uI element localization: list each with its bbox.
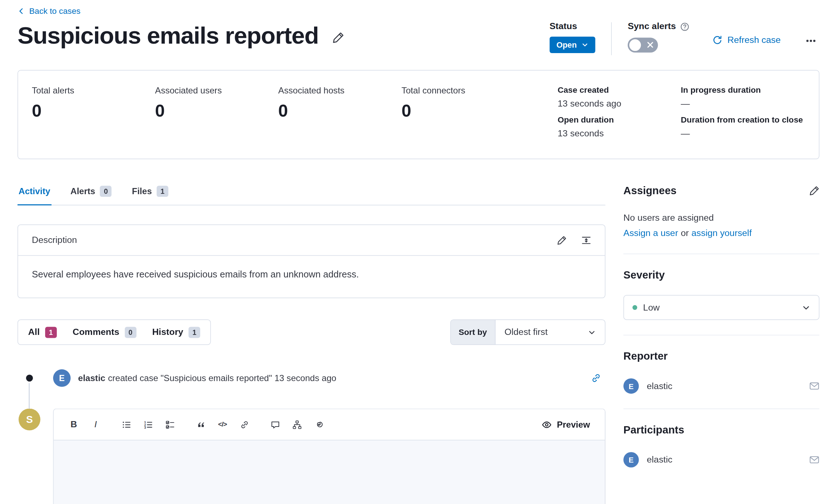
severity-low-dot: [632, 305, 637, 310]
bold-button[interactable]: B: [65, 416, 82, 433]
add-comment-item: S B I: [17, 409, 605, 504]
edit-description-button[interactable]: [557, 235, 567, 245]
checklist-icon: [166, 420, 175, 429]
timeline-rail: [29, 383, 30, 411]
question-circle-icon[interactable]: [680, 22, 689, 31]
description-panel: Description: [17, 224, 605, 298]
refresh-label: Refresh case: [727, 35, 781, 45]
participants-section: Participants E elastic: [623, 424, 819, 468]
insert-link-button[interactable]: [236, 416, 253, 433]
activity-filter-group: All 1 Comments 0 History 1: [17, 319, 211, 345]
markdown-toolbar: B I: [53, 409, 605, 440]
comment-textarea[interactable]: [53, 440, 605, 504]
collapse-description-button[interactable]: [582, 235, 591, 245]
metric-total-alerts: Total alerts 0: [32, 85, 155, 145]
filter-badge: 1: [189, 327, 200, 338]
tab-files[interactable]: Files 1: [131, 185, 170, 205]
unordered-list-button[interactable]: [118, 416, 135, 433]
preview-button[interactable]: Preview: [538, 419, 593, 430]
tab-bar: Activity Alerts 0 Files 1: [17, 185, 605, 205]
event-text: elasticcreated case "Suspicious emails r…: [78, 373, 591, 383]
ordered-list-button[interactable]: 123: [140, 416, 157, 433]
severity-value: Low: [643, 302, 796, 313]
cluster-icon: [292, 420, 301, 429]
italic-button[interactable]: I: [87, 416, 104, 433]
sort-value: Oldest first: [504, 327, 548, 337]
case-header: Suspicious emails reported Status Open: [17, 21, 819, 55]
metric-associated-users: Associated users 0: [155, 85, 278, 145]
markdown-editor-body: [53, 440, 605, 504]
link-icon: [240, 420, 249, 429]
add-visualization-button[interactable]: [288, 416, 305, 433]
participant-username: elastic: [647, 455, 672, 465]
status-dropdown-button[interactable]: Open: [550, 37, 595, 53]
avatar: E: [623, 378, 639, 393]
assignees-title: Assignees: [623, 185, 677, 197]
severity-select[interactable]: Low: [623, 295, 819, 320]
filter-badge: 1: [45, 327, 57, 338]
description-title: Description: [32, 235, 77, 245]
case-created-value: 13 seconds ago: [558, 99, 621, 109]
or-text: or: [681, 228, 689, 238]
add-comment-to-timeline-button[interactable]: [267, 416, 284, 433]
filter-comments[interactable]: Comments 0: [73, 327, 136, 338]
sort-order-select[interactable]: Oldest first: [495, 320, 605, 344]
copy-event-link-button[interactable]: [591, 373, 601, 383]
markdown-editor-panel: B I: [53, 409, 606, 504]
case-durations-col-2: In progress duration — Duration from cre…: [681, 85, 803, 145]
case-detail-page: Back to cases Suspicious emails reported…: [0, 0, 821, 504]
avatar: E: [53, 369, 71, 387]
tab-activity[interactable]: Activity: [17, 185, 51, 205]
sort-control: Sort by Oldest first: [450, 319, 606, 345]
chevron-down-icon: [588, 328, 596, 336]
eye-icon: [542, 419, 552, 429]
pencil-icon: [332, 32, 344, 43]
task-list-button[interactable]: [162, 416, 179, 433]
tab-badge: 1: [156, 186, 168, 197]
code-button[interactable]: </>: [214, 416, 231, 433]
case-stats-panel: Total alerts 0 Associated users 0 Associ…: [17, 70, 819, 159]
sync-alerts-toggle[interactable]: [628, 38, 658, 53]
edit-title-button[interactable]: [332, 32, 344, 43]
filter-history[interactable]: History 1: [152, 327, 200, 338]
email-reporter-button[interactable]: [809, 381, 820, 391]
chevron-down-icon: [582, 41, 588, 48]
reporter-user-row: E elastic: [623, 378, 819, 393]
quote-icon: [196, 420, 205, 429]
tab-alerts[interactable]: Alerts 0: [70, 185, 113, 205]
back-to-cases-link[interactable]: Back to cases: [17, 7, 80, 16]
email-participant-button[interactable]: [809, 455, 820, 465]
tab-badge: 0: [100, 186, 112, 197]
participants-title: Participants: [623, 424, 819, 436]
case-sidebar: Assignees No users are assigned Assign a…: [623, 185, 819, 504]
assignees-section: Assignees No users are assigned Assign a…: [623, 185, 819, 239]
assign-a-user-link[interactable]: Assign a user: [623, 228, 678, 238]
refresh-case-button[interactable]: Refresh case: [713, 35, 781, 45]
activity-timeline: E elasticcreated case "Suspicious emails…: [17, 369, 605, 504]
toggle-thumb: [629, 39, 641, 51]
refresh-icon: [713, 36, 722, 45]
back-link-label: Back to cases: [29, 7, 80, 16]
timeline-event-case-created: E elasticcreated case "Suspicious emails…: [17, 369, 605, 387]
status-block: Status Open: [550, 21, 595, 53]
envelope-icon: [809, 381, 820, 391]
case-durations-col-1: Case created 13 seconds ago Open duratio…: [558, 85, 621, 145]
open-duration-label: Open duration: [558, 115, 621, 125]
activity-filter-row: All 1 Comments 0 History 1 Sor: [17, 319, 605, 345]
edit-assignees-button[interactable]: [809, 186, 820, 196]
bullet-list-icon: [122, 420, 131, 429]
filter-label: All: [28, 327, 40, 337]
boxes-horizontal-icon: [806, 36, 816, 45]
participant-user-row: E elastic: [623, 452, 819, 467]
toggle-off-x-icon: [647, 42, 653, 48]
case-actions-menu-button[interactable]: [806, 36, 816, 45]
in-progress-duration-label: In progress duration: [681, 85, 803, 95]
chevron-down-icon: [802, 303, 810, 312]
investigate-button[interactable]: [310, 416, 327, 433]
filter-badge: 0: [124, 327, 136, 338]
assign-yourself-link[interactable]: assign yourself: [691, 228, 751, 238]
comment-bubble-icon: [270, 420, 279, 429]
tab-label: Files: [132, 186, 152, 196]
quote-button[interactable]: [192, 416, 209, 433]
filter-all[interactable]: All 1: [28, 327, 56, 338]
